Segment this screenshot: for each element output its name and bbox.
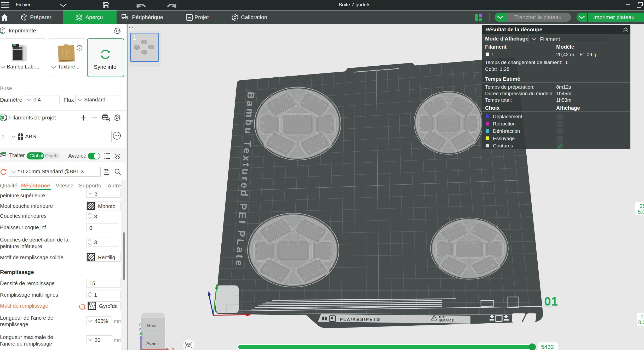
svg-text:x: x [172, 347, 174, 350]
svg-text:HOT: HOT [439, 315, 446, 319]
svg-text:Haut: Haut [147, 323, 157, 328]
svg-text:z: z [139, 326, 141, 331]
svg-text:i: i [79, 46, 80, 50]
svg-text:Avant: Avant [146, 341, 158, 346]
svg-text:SURFACE: SURFACE [439, 319, 454, 322]
svg-text:01: 01 [544, 295, 558, 308]
svg-text:y: y [139, 322, 141, 326]
svg-text:PLA/ABS/PETG: PLA/ABS/PETG [340, 317, 381, 322]
